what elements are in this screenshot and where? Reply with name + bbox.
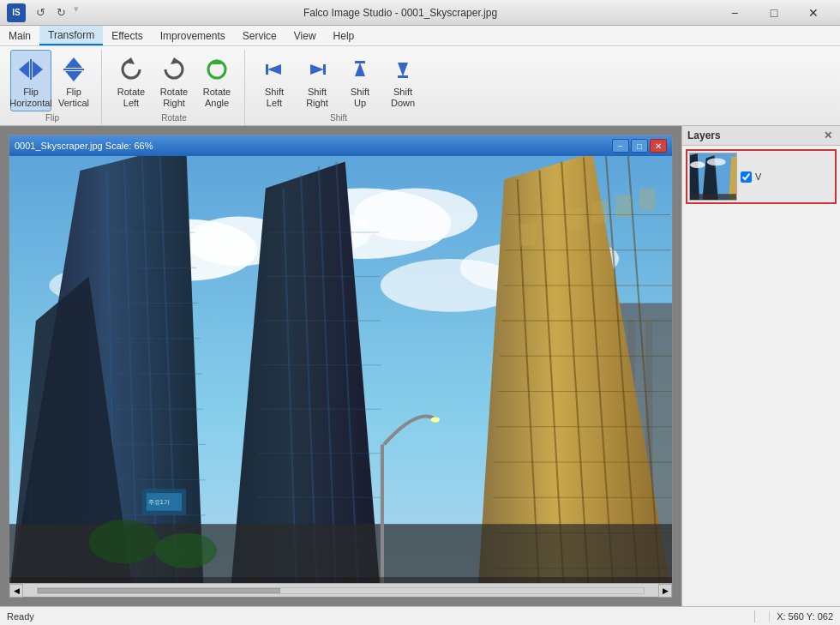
svg-marker-14 <box>355 63 365 76</box>
shift-down-label: ShiftDown <box>391 87 415 109</box>
menu-effects[interactable]: Effects <box>103 26 151 45</box>
flip-horizontal-button[interactable]: FlipHorizontal <box>10 50 51 111</box>
layer-name: V <box>755 171 761 182</box>
flip-vertical-icon <box>58 54 89 85</box>
flip-vertical-button[interactable]: FlipVertical <box>53 50 94 111</box>
svg-rect-98 <box>690 195 737 201</box>
rotate-angle-label: RotateAngle <box>203 87 231 109</box>
shift-up-icon <box>345 54 375 85</box>
status-bar: Ready X: 560 Y: 062 <box>0 606 840 625</box>
rotate-left-label: RotateLeft <box>117 87 145 109</box>
layers-panel: Layers ✕ <box>681 126 840 606</box>
svg-rect-83 <box>615 195 632 218</box>
flip-vertical-label: FlipVertical <box>58 87 89 109</box>
image-close-button[interactable]: ✕ <box>650 139 667 153</box>
layers-header: Layers ✕ <box>682 126 840 146</box>
svg-rect-80 <box>544 215 561 237</box>
minimize-button[interactable]: − <box>715 0 754 26</box>
shift-group-label: Shift <box>254 111 423 125</box>
undo-redo-group: ↺ ↻ ▾ <box>31 3 79 22</box>
shift-down-button[interactable]: ShiftDown <box>382 50 423 111</box>
svg-point-92 <box>155 533 217 568</box>
flip-group-label: Flip <box>10 111 94 125</box>
document-area: 0001_Skyscraper.jpg Scale: 66% − □ ✕ <box>0 126 681 606</box>
svg-marker-12 <box>310 64 324 75</box>
shift-up-button[interactable]: ShiftUp <box>339 50 381 111</box>
scroll-right-arrow[interactable]: ▶ <box>658 584 672 598</box>
svg-point-91 <box>89 520 159 564</box>
rotate-right-button[interactable]: RotateRight <box>153 50 195 111</box>
rotate-angle-button[interactable]: RotateAngle <box>196 50 237 111</box>
scroll-left-arrow[interactable]: ◀ <box>9 584 23 598</box>
svg-point-99 <box>690 162 705 169</box>
scrollbar-track-h[interactable] <box>37 587 645 594</box>
svg-rect-2 <box>30 59 32 80</box>
svg-rect-13 <box>323 64 326 75</box>
svg-marker-10 <box>267 64 281 75</box>
image-canvas: 주요1가 <box>9 156 672 583</box>
shift-right-label: ShiftRight <box>306 87 328 109</box>
image-minimize-button[interactable]: − <box>612 139 629 153</box>
rotate-angle-icon <box>201 54 232 85</box>
layer-item[interactable]: V <box>686 149 837 204</box>
svg-point-23 <box>354 189 477 242</box>
menu-bar: Main Transform Effects Improvements Serv… <box>0 26 840 46</box>
shift-right-icon <box>302 54 333 85</box>
svg-rect-84 <box>639 189 656 211</box>
rotate-right-icon <box>159 54 189 85</box>
shift-right-button[interactable]: ShiftRight <box>297 50 338 111</box>
rotate-left-button[interactable]: RotateLeft <box>111 50 152 111</box>
shift-left-button[interactable]: ShiftLeft <box>254 50 295 111</box>
shift-down-icon <box>387 54 418 85</box>
shift-up-label: ShiftUp <box>351 87 369 109</box>
ribbon-group-shift: ShiftLeft ShiftRight <box>247 50 430 125</box>
svg-marker-1 <box>33 61 43 78</box>
svg-rect-81 <box>567 208 584 231</box>
svg-rect-82 <box>591 201 608 224</box>
maximize-button[interactable]: □ <box>754 0 794 26</box>
undo-button[interactable]: ↺ <box>31 3 50 22</box>
svg-rect-86 <box>381 445 384 583</box>
status-coords-text: X: 560 Y: 062 <box>769 611 833 622</box>
svg-point-87 <box>431 418 440 423</box>
title-bar: IS ↺ ↻ ▾ Falco Image Studio - 0001_Skysc… <box>0 0 840 26</box>
status-divider <box>754 610 755 622</box>
window-controls: − □ ✕ <box>715 0 833 26</box>
menu-help[interactable]: Help <box>325 26 363 45</box>
ribbon-group-flip: FlipHorizontal FlipVertical Flip <box>3 50 102 125</box>
menu-transform[interactable]: Transform <box>39 26 103 45</box>
layer-thumbnail <box>689 153 737 201</box>
shift-left-icon <box>259 54 290 85</box>
scrollbar-thumb-h[interactable] <box>38 588 280 593</box>
ribbon-group-rotate: RotateLeft RotateRight <box>104 50 245 125</box>
close-button[interactable]: ✕ <box>794 0 833 26</box>
menu-improvements[interactable]: Improvements <box>152 26 234 45</box>
menu-view[interactable]: View <box>285 26 325 45</box>
svg-marker-0 <box>19 61 29 78</box>
svg-rect-5 <box>63 69 84 70</box>
svg-marker-16 <box>398 63 408 76</box>
image-canvas-area[interactable]: 주요1가 <box>9 156 672 583</box>
image-window-controls: − □ ✕ <box>612 139 667 153</box>
layer-visibility-checkbox[interactable] <box>741 171 752 183</box>
layers-body: V <box>682 146 840 606</box>
flip-horizontal-label: FlipHorizontal <box>9 87 52 109</box>
app-logo: IS <box>7 3 26 22</box>
horizontal-scrollbar[interactable]: ◀ ▶ <box>9 583 672 597</box>
layers-title: Layers <box>687 129 721 141</box>
ribbon: FlipHorizontal FlipVertical Flip <box>0 46 840 126</box>
rotate-left-icon <box>116 54 147 85</box>
menu-main[interactable]: Main <box>0 26 39 45</box>
svg-point-100 <box>707 159 726 166</box>
menu-service[interactable]: Service <box>234 26 285 45</box>
svg-text:주요1가: 주요1가 <box>148 499 170 507</box>
image-window-titlebar: 0001_Skyscraper.jpg Scale: 66% − □ ✕ <box>9 135 672 156</box>
shift-left-label: ShiftLeft <box>265 87 284 109</box>
image-maximize-button[interactable]: □ <box>631 139 648 153</box>
redo-button[interactable]: ↻ <box>51 3 70 22</box>
status-ready-text: Ready <box>7 611 747 622</box>
svg-rect-93 <box>9 577 672 583</box>
layers-close-button[interactable]: ✕ <box>821 129 835 142</box>
rotate-group-label: Rotate <box>111 111 237 125</box>
svg-rect-11 <box>266 64 268 75</box>
